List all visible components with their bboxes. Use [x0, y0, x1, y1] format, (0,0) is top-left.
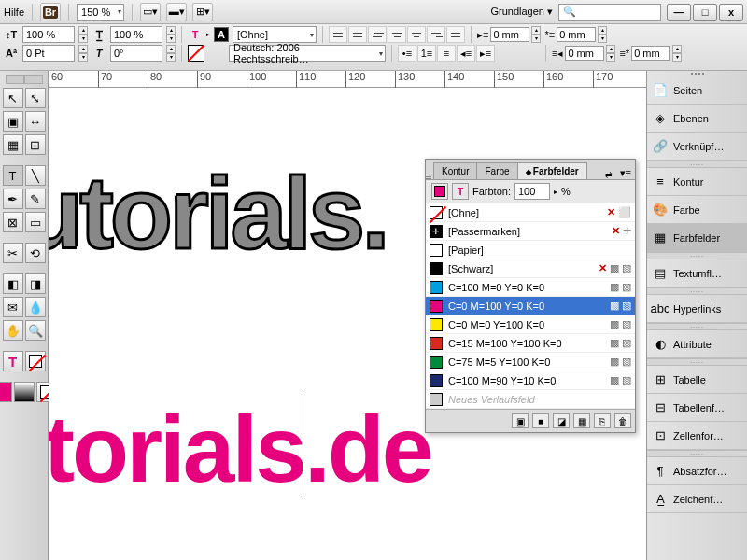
panel-item-ebenen[interactable]: ◈Ebenen: [647, 105, 747, 133]
align-right-button[interactable]: [368, 26, 387, 43]
line-tool[interactable]: ╲: [25, 165, 46, 186]
swap-fill-stroke[interactable]: [25, 351, 46, 371]
swatch-row[interactable]: [Schwarz]✕▩▧: [426, 259, 635, 278]
help-menu[interactable]: Hilfe: [4, 7, 24, 18]
pen-tool[interactable]: ✒: [3, 189, 23, 209]
justify-center-button[interactable]: [407, 26, 426, 43]
hscale-input[interactable]: 100 %: [110, 26, 162, 43]
tool-misc-2[interactable]: ⊡: [25, 134, 46, 155]
zoom-tool[interactable]: 🔍: [25, 320, 46, 341]
swatch-tab-kontur[interactable]: Kontur: [433, 162, 477, 179]
swatch-row[interactable]: C=100 M=0 Y=0 K=0▩▧: [426, 278, 635, 297]
indent-button[interactable]: ▸≡: [476, 45, 495, 62]
swatch-footer-button[interactable]: ▣: [512, 413, 529, 428]
screen-mode-button[interactable]: ▬▾: [166, 3, 187, 21]
panel-item-seiten[interactable]: 📄Seiten: [647, 77, 747, 105]
char-color-button[interactable]: A: [214, 27, 229, 42]
gradient-tool[interactable]: ◧: [3, 273, 23, 294]
justify-right-button[interactable]: [427, 26, 445, 43]
view-mode-button[interactable]: ▭▾: [140, 3, 161, 21]
swatch-row[interactable]: [Papier]: [426, 241, 635, 259]
align-center-button[interactable]: [348, 26, 367, 43]
type-tool[interactable]: T: [3, 165, 23, 186]
direct-selection-tool[interactable]: ⤡: [25, 88, 46, 108]
close-button[interactable]: x: [719, 4, 743, 21]
swatch-row[interactable]: ✛[Passermarken]✕✛: [426, 222, 635, 241]
bullets-button[interactable]: •≡: [398, 45, 416, 62]
panel-item-tabelle[interactable]: ⊞Tabelle: [647, 366, 747, 394]
swatch-tab-farbfelder[interactable]: Farbfelder: [517, 162, 587, 179]
vscale-input[interactable]: 100 %: [22, 26, 75, 43]
panel-item-attribute[interactable]: ◐Attribute: [647, 330, 747, 358]
baseline-input[interactable]: 0 Pt: [22, 45, 75, 62]
swatch-footer-button[interactable]: 🗑: [614, 413, 631, 428]
language-dropdown[interactable]: Deutsch: 2006 Rechtsschreib…: [229, 45, 386, 62]
swatch-row[interactable]: C=0 M=100 Y=0 K=0▩▧: [426, 297, 635, 315]
bridge-button[interactable]: Br: [40, 3, 61, 21]
arrange-button[interactable]: ⊞▾: [192, 3, 213, 21]
tint-input[interactable]: 100: [514, 183, 550, 200]
page-tool[interactable]: ▣: [3, 111, 23, 132]
panel-item-tabellenf[interactable]: ⊟Tabellenf…: [647, 394, 747, 422]
swatch-row[interactable]: C=75 M=5 Y=100 K=0▩▧: [426, 353, 635, 371]
note-tool[interactable]: ✉: [3, 297, 23, 317]
panel-item-absatzfor[interactable]: ¶Absatzfor…: [647, 457, 747, 485]
text-proxy[interactable]: T: [452, 183, 469, 200]
pencil-tool[interactable]: ✎: [25, 189, 46, 209]
panel-menu-button[interactable]: ▾≡: [616, 167, 635, 179]
transform-tool[interactable]: ⟲: [25, 243, 46, 263]
zoom-dropdown[interactable]: 150 %: [77, 4, 124, 21]
scissors-tool[interactable]: ✂: [3, 243, 23, 263]
swatches-panel[interactable]: KonturFarbeFarbfelder ⇄ ▾≡ T Farbton: 10…: [425, 159, 636, 433]
swatch-row[interactable]: C=100 M=90 Y=10 K=0▩▧: [426, 371, 635, 390]
swatch-tab-farbe[interactable]: Farbe: [476, 162, 517, 179]
panel-item-hyperlinks[interactable]: abcHyperlinks: [647, 295, 747, 323]
fill-proxy[interactable]: [431, 183, 448, 200]
panel-item-zeichenf[interactable]: A̲Zeichenf…: [647, 485, 747, 513]
text-object-pink[interactable]: itorials.de: [49, 396, 430, 503]
horizontal-ruler[interactable]: 60708090100110120130140150160170: [49, 71, 646, 88]
eyedropper-tool[interactable]: 💧: [25, 297, 46, 317]
panel-item-textumfl[interactable]: ▤Textumfl…: [647, 259, 747, 287]
fill-dropdown[interactable]: [Ohne]: [233, 26, 317, 43]
justify-left-button[interactable]: [388, 26, 406, 43]
swatch-footer-button[interactable]: ⎘: [594, 413, 611, 428]
fill-color[interactable]: [0, 382, 12, 402]
swatches-list[interactable]: [Ohne]✕⬜✛[Passermarken]✕✛[Papier][Schwar…: [426, 203, 635, 409]
text-object-outline[interactable]: utorials.: [49, 153, 387, 272]
justify-all-button[interactable]: [446, 26, 465, 43]
panel-item-verknpf[interactable]: 🔗Verknüpf…: [647, 133, 747, 161]
stroke-swatch[interactable]: [188, 45, 204, 62]
swatch-row[interactable]: C=0 M=0 Y=100 K=0▩▧: [426, 315, 635, 334]
frame-tool[interactable]: ⊠: [3, 212, 23, 232]
rectangle-tool[interactable]: ▭: [25, 212, 46, 232]
search-input[interactable]: 🔍: [558, 4, 661, 21]
no-list-button[interactable]: ≡: [437, 45, 456, 62]
workspace-dropdown[interactable]: Grundlagen ▾: [490, 6, 553, 18]
outdent-button[interactable]: ◂≡: [457, 45, 475, 62]
swatch-row[interactable]: [Ohne]✕⬜: [426, 203, 635, 222]
swatch-footer-button[interactable]: ■: [532, 413, 549, 428]
swatch-footer-button[interactable]: ◪: [553, 413, 570, 428]
hand-tool[interactable]: ✋: [3, 320, 23, 341]
skew-input[interactable]: 0°: [110, 45, 162, 62]
text-fill-icon[interactable]: T: [188, 27, 203, 42]
swatch-row[interactable]: C=15 M=100 Y=100 K=0▩▧: [426, 334, 635, 353]
align-left-button[interactable]: [329, 26, 347, 43]
numbering-button[interactable]: 1≡: [417, 45, 436, 62]
indent-last-input[interactable]: ≡*0 mm▴▾: [619, 45, 682, 62]
tool-misc-1[interactable]: ▦: [3, 134, 23, 155]
maximize-button[interactable]: □: [693, 4, 717, 21]
panel-item-farbfelder[interactable]: ▦Farbfelder: [647, 224, 747, 252]
gap-tool[interactable]: ↔: [25, 111, 46, 132]
indent-first-input[interactable]: *≡0 mm▴▾: [544, 26, 607, 43]
fill-formatting-text[interactable]: T: [3, 351, 23, 371]
selection-tool[interactable]: ↖: [3, 88, 23, 108]
swatch-footer-button[interactable]: ▦: [573, 413, 590, 428]
panel-expand-arrows[interactable]: ⇄: [601, 170, 616, 179]
panel-item-kontur[interactable]: ≡Kontur: [647, 168, 747, 196]
indent-right-input[interactable]: ≡◂0 mm▴▾: [552, 45, 615, 62]
panel-item-zellenfor[interactable]: ⊡Zellenfor…: [647, 422, 747, 450]
indent-left-input[interactable]: ▸≡0 mm▴▾: [477, 26, 541, 43]
apply-gradient[interactable]: [14, 382, 35, 402]
